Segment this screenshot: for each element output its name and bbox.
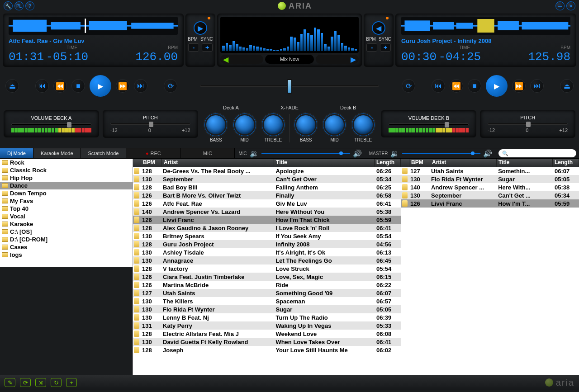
track-row[interactable]: 126Livvi FrancHow I'm T...05:59 [401,199,579,208]
master-level-slider[interactable] [402,153,480,154]
track-row[interactable]: 130SeptemberCan't Get ...05:34 [401,191,579,199]
qcol-title[interactable]: Title [497,159,553,167]
tab-dj-mode[interactable]: Dj Mode [0,148,33,158]
track-row[interactable]: 128Electric Allstars Feat. Mia JWeekend … [133,330,401,338]
settings-button[interactable]: 🔧 [4,1,13,10]
volume-b-slider[interactable] [389,123,469,125]
volume-a-slider[interactable] [11,123,91,125]
col-length[interactable]: Length [375,159,401,167]
folder-row[interactable]: C:\ [OS] [0,228,133,236]
track-row[interactable]: 130SeptemberCan't Get Over05:34 [133,175,401,183]
track-row[interactable]: 126Ciara Feat. Justin TimberlakeLove, Se… [133,273,401,281]
deck-b-prev-button[interactable]: ⏮ [432,79,445,93]
deck-b-play-button[interactable]: ▶ [486,75,508,97]
track-row[interactable]: 131Katy PerryWaking Up In Vegas05:33 [133,321,401,330]
track-row[interactable]: 130Flo Rida Ft WynterSugar05:05 [133,305,401,313]
track-row[interactable]: 140Andrew Spencer Vs. LazardHere Without… [133,208,401,216]
deck-b-stop-button[interactable]: ■ [468,79,481,93]
pitch-a-slider[interactable] [110,123,190,125]
deck-b-loop-button[interactable]: ⟳ [402,79,415,93]
deck-a-prev-button[interactable]: ⏮ [35,79,49,93]
help-button[interactable]: ? [25,1,34,10]
track-row[interactable]: 126Livvi FrancHow I'm That Chick05:59 [133,216,401,224]
deck-b-rew-button[interactable]: ⏪ [450,79,463,93]
folder-row[interactable]: Hip Hop [0,174,133,182]
col-title[interactable]: Title [274,159,375,167]
mix-now-button[interactable]: Mix Now [265,55,314,64]
track-row[interactable]: 128JosephYour Love Still Haunts Me06:02 [133,346,401,354]
col-bpm[interactable]: BPM [141,159,162,167]
deck-b-bass-knob[interactable] [295,114,317,136]
deck-b-eject-button[interactable]: ⏏ [560,79,574,93]
track-row[interactable]: 128De-Grees Vs. The Real Booty ...Apolog… [133,167,401,175]
sync-b-plus-button[interactable]: + [380,43,391,52]
track-row[interactable]: 130Lenny B Feat. NjTurn Up The Radio06:3… [133,313,401,321]
sync-a-play-button[interactable]: ▶ [194,21,207,35]
folder-row[interactable]: Top 40 [0,205,133,213]
folder-row[interactable]: Cases [0,243,133,251]
qcol-artist[interactable]: Artist [430,159,497,167]
folder-row[interactable]: Karaoke [0,220,133,228]
deck-a-rew-button[interactable]: ⏪ [53,79,67,93]
qcol-length[interactable]: Length [553,159,579,167]
qcol-bpm[interactable]: BPM [409,159,430,167]
track-row[interactable]: 128Bad Boy BillFalling Anthem06:25 [133,183,401,191]
mic-level-slider[interactable] [261,153,350,154]
folder-row[interactable]: My Favs [0,197,133,205]
deck-b-next-button[interactable]: ⏭ [530,79,544,93]
deck-a-mid-knob[interactable] [234,114,256,136]
repeat-button[interactable]: ↻ [51,378,62,387]
sync-a-minus-button[interactable]: - [188,43,199,52]
deck-a-waveform[interactable] [9,17,178,35]
deck-a-treble-knob[interactable] [262,114,284,136]
crossfader-handle[interactable] [287,79,292,94]
track-row[interactable]: 127Utah SaintsSomething Good '0906:07 [133,289,401,297]
track-row[interactable]: 130Ashley TisdaleIt's Alright, It's Ok06… [133,248,401,256]
deck-a-eject-button[interactable]: ⏏ [5,79,19,93]
edit-button[interactable]: ✎ [5,378,15,387]
sync-b-play-button[interactable]: ◀ [372,21,385,35]
playlist-button[interactable]: PL [14,1,24,10]
mix-next-button[interactable]: ▶ [316,55,359,64]
track-row[interactable]: 126Martina McBrideRide06:22 [133,281,401,289]
tab-karaoke-mode[interactable]: Karaoke Mode [33,148,81,158]
folder-row[interactable]: Vocal [0,213,133,220]
folder-row[interactable]: D:\ [CD-ROM] [0,236,133,243]
deck-a-play-button[interactable]: ▶ [90,75,111,97]
track-row[interactable]: 130The KillersSpaceman06:57 [133,297,401,305]
track-row[interactable]: 126Atfc Feat. RaeGiv Me Luv06:41 [133,199,401,208]
tab-scratch-mode[interactable]: Scratch Mode [81,148,127,158]
folder-row[interactable]: Dance [0,182,133,189]
deck-a-loop-button[interactable]: ⟳ [164,79,177,93]
track-row[interactable]: 130Britney SpearsIf You Seek Amy05:54 [133,232,401,240]
rec-button[interactable]: ●REC [126,148,180,158]
track-row[interactable]: 140Andrew Spencer ...Here With...05:38 [401,183,579,191]
folder-row[interactable]: Rock [0,159,133,166]
deck-b-mid-knob[interactable] [323,114,345,136]
pitch-b-slider[interactable] [488,123,568,125]
deck-b-waveform[interactable] [401,17,570,35]
deck-b-ffwd-button[interactable]: ⏩ [512,79,526,93]
folder-row[interactable]: logs [0,251,133,259]
crossfader[interactable] [182,85,397,87]
track-row[interactable]: 130AnnagraceLet The Feelings Go06:45 [133,256,401,264]
track-row[interactable]: 127Utah SaintsSomethin...06:07 [401,167,579,175]
track-row[interactable]: 128Alex Gaudino & Jason RooneyI Love Roc… [133,224,401,232]
close-button[interactable]: ✕ [566,1,575,10]
sync-a-plus-button[interactable]: + [202,43,213,52]
folder-row[interactable]: Down Tempo [0,189,133,197]
track-row[interactable]: 130David Guetta Ft Kelly RowlandWhen Lov… [133,338,401,346]
deck-a-stop-button[interactable]: ■ [71,79,85,93]
search-input[interactable] [510,151,573,156]
sync-b-minus-button[interactable]: - [366,43,377,52]
mix-prev-button[interactable]: ◀ [220,55,263,64]
deck-b-treble-knob[interactable] [352,114,374,136]
track-row[interactable]: 130Flo Rida Ft WynterSugar05:05 [401,175,579,183]
deck-a-bass-knob[interactable] [205,114,227,136]
folder-row[interactable]: Classic Rock [0,166,133,174]
track-row[interactable]: 128V factoryLove Struck05:54 [133,264,401,273]
col-artist[interactable]: Artist [162,159,274,167]
minimize-button[interactable]: — [555,1,565,10]
deck-a-ffwd-button[interactable]: ⏩ [116,79,129,93]
add-button[interactable]: + [66,378,77,387]
